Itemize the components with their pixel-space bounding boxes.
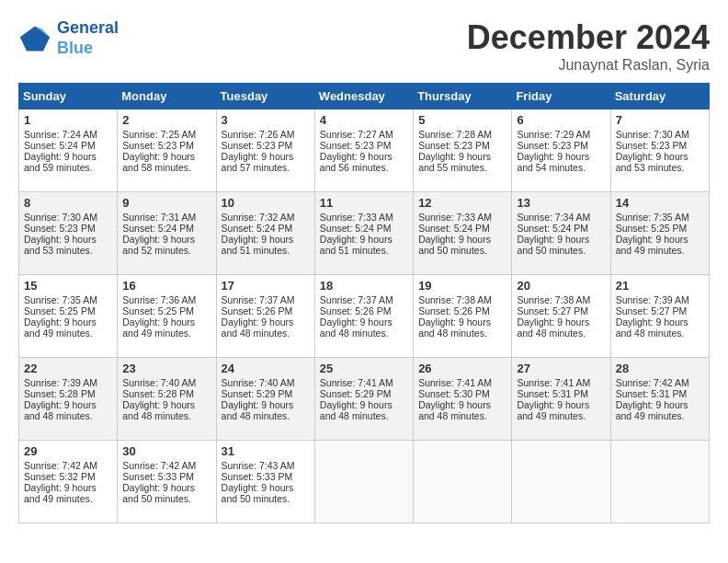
calendar-cell: 8Sunrise: 7:30 AMSunset: 5:23 PMDaylight… [19, 192, 118, 275]
weekday-header-row: SundayMondayTuesdayWednesdayThursdayFrid… [19, 84, 710, 109]
cell-line: and 50 minutes. [517, 245, 605, 256]
cell-line: and 49 minutes. [122, 327, 210, 339]
cell-line: Sunrise: 7:36 AM [122, 294, 210, 305]
cell-line: Sunset: 5:23 PM [122, 140, 210, 151]
calendar-week-row: 8Sunrise: 7:30 AMSunset: 5:23 PMDaylight… [19, 192, 710, 275]
cell-line: Sunset: 5:23 PM [517, 140, 605, 151]
day-number: 20 [517, 279, 605, 293]
cell-line: Daylight: 9 hours [418, 151, 506, 162]
calendar-cell: 11Sunrise: 7:33 AMSunset: 5:24 PMDayligh… [314, 192, 413, 275]
day-number: 21 [616, 279, 704, 293]
cell-line: Sunset: 5:23 PM [222, 140, 310, 151]
calendar-cell [610, 441, 709, 523]
cell-line: Daylight: 9 hours [24, 151, 112, 162]
cell-line: Sunrise: 7:41 AM [517, 377, 605, 388]
calendar-cell: 27Sunrise: 7:41 AMSunset: 5:31 PMDayligh… [512, 358, 610, 441]
calendar-week-row: 1Sunrise: 7:24 AMSunset: 5:24 PMDaylight… [19, 109, 710, 192]
cell-line: Daylight: 9 hours [24, 482, 112, 493]
cell-line: Daylight: 9 hours [222, 399, 310, 410]
cell-line: Daylight: 9 hours [122, 316, 210, 327]
cell-line: Daylight: 9 hours [616, 151, 704, 162]
cell-line: Sunset: 5:29 PM [222, 388, 310, 399]
cell-line: and 58 minutes. [122, 162, 210, 173]
cell-line: and 55 minutes. [418, 162, 506, 173]
cell-line: and 56 minutes. [320, 162, 408, 173]
cell-line: Daylight: 9 hours [320, 234, 408, 245]
weekday-header: Thursday [414, 84, 512, 109]
cell-line: Sunrise: 7:31 AM [122, 212, 210, 223]
cell-line: Sunrise: 7:30 AM [616, 129, 704, 140]
calendar-cell: 10Sunrise: 7:32 AMSunset: 5:24 PMDayligh… [216, 192, 314, 275]
day-number: 16 [122, 279, 210, 293]
cell-line: Daylight: 9 hours [222, 151, 310, 162]
cell-line: Daylight: 9 hours [517, 234, 605, 245]
cell-line: and 49 minutes. [517, 410, 605, 421]
cell-line: Daylight: 9 hours [616, 316, 704, 327]
cell-line: Daylight: 9 hours [320, 399, 408, 410]
cell-line: Sunrise: 7:42 AM [122, 460, 210, 471]
cell-line: Sunset: 5:23 PM [418, 140, 506, 151]
cell-line: Sunrise: 7:24 AM [24, 129, 112, 140]
calendar-cell: 6Sunrise: 7:29 AMSunset: 5:23 PMDaylight… [512, 109, 610, 192]
cell-line: Sunrise: 7:35 AM [24, 294, 112, 305]
day-number: 30 [122, 444, 210, 458]
day-number: 12 [418, 196, 506, 210]
calendar-cell: 15Sunrise: 7:35 AMSunset: 5:25 PMDayligh… [19, 275, 118, 358]
weekday-header: Monday [118, 84, 216, 109]
calendar-cell: 7Sunrise: 7:30 AMSunset: 5:23 PMDaylight… [610, 109, 709, 192]
cell-line: Sunrise: 7:33 AM [320, 212, 408, 223]
calendar-cell: 20Sunrise: 7:38 AMSunset: 5:27 PMDayligh… [512, 275, 610, 358]
cell-line: Daylight: 9 hours [517, 399, 605, 410]
cell-line: Sunrise: 7:43 AM [222, 460, 310, 471]
cell-line: Daylight: 9 hours [418, 316, 506, 327]
cell-line: Sunrise: 7:38 AM [418, 294, 506, 305]
cell-line: Daylight: 9 hours [222, 482, 310, 493]
day-number: 24 [222, 362, 310, 375]
cell-line: and 50 minutes. [122, 493, 210, 504]
calendar-cell: 9Sunrise: 7:31 AMSunset: 5:24 PMDaylight… [118, 192, 216, 275]
weekday-header: Tuesday [216, 84, 314, 109]
cell-line: Sunset: 5:32 PM [24, 471, 112, 482]
day-number: 5 [418, 113, 506, 127]
location-subtitle: Junaynat Raslan, Syria [467, 57, 710, 74]
cell-line: Sunset: 5:33 PM [222, 471, 310, 482]
calendar-cell: 4Sunrise: 7:27 AMSunset: 5:23 PMDaylight… [314, 109, 413, 192]
day-number: 11 [320, 196, 408, 210]
calendar-cell: 22Sunrise: 7:39 AMSunset: 5:28 PMDayligh… [19, 358, 118, 441]
day-number: 23 [122, 362, 210, 375]
cell-line: Sunset: 5:27 PM [616, 305, 704, 316]
cell-line: and 51 minutes. [320, 245, 408, 256]
calendar-cell: 3Sunrise: 7:26 AMSunset: 5:23 PMDaylight… [216, 109, 314, 192]
cell-line: Sunrise: 7:26 AM [222, 129, 310, 140]
cell-line: Sunrise: 7:34 AM [517, 212, 605, 223]
cell-line: Sunset: 5:23 PM [320, 140, 408, 151]
cell-line: Sunset: 5:23 PM [24, 223, 112, 234]
cell-line: Sunset: 5:24 PM [320, 223, 408, 234]
svg-marker-0 [20, 26, 50, 51]
calendar-cell: 14Sunrise: 7:35 AMSunset: 5:25 PMDayligh… [610, 192, 709, 275]
cell-line: Daylight: 9 hours [616, 399, 704, 410]
cell-line: Daylight: 9 hours [517, 151, 605, 162]
calendar-week-row: 29Sunrise: 7:42 AMSunset: 5:32 PMDayligh… [19, 441, 710, 523]
cell-line: Sunset: 5:30 PM [418, 388, 506, 399]
cell-line: Sunset: 5:27 PM [517, 305, 605, 316]
cell-line: Daylight: 9 hours [122, 151, 210, 162]
cell-line: Sunset: 5:23 PM [616, 140, 704, 151]
calendar-cell: 19Sunrise: 7:38 AMSunset: 5:26 PMDayligh… [414, 275, 512, 358]
cell-line: Sunrise: 7:40 AM [222, 377, 310, 388]
cell-line: and 48 minutes. [222, 410, 310, 421]
day-number: 7 [616, 113, 704, 127]
cell-line: Daylight: 9 hours [24, 234, 112, 245]
calendar-cell: 18Sunrise: 7:37 AMSunset: 5:26 PMDayligh… [314, 275, 413, 358]
day-number: 17 [222, 279, 310, 293]
cell-line: Daylight: 9 hours [122, 234, 210, 245]
cell-line: and 51 minutes. [222, 245, 310, 256]
cell-line: and 50 minutes. [418, 245, 506, 256]
cell-line: and 48 minutes. [517, 327, 605, 339]
cell-line: Sunrise: 7:37 AM [320, 294, 408, 305]
cell-line: and 48 minutes. [320, 327, 408, 339]
calendar-cell: 1Sunrise: 7:24 AMSunset: 5:24 PMDaylight… [19, 109, 118, 192]
cell-line: Sunrise: 7:30 AM [24, 212, 112, 223]
calendar-cell: 13Sunrise: 7:34 AMSunset: 5:24 PMDayligh… [512, 192, 610, 275]
calendar-cell: 17Sunrise: 7:37 AMSunset: 5:26 PMDayligh… [216, 275, 314, 358]
